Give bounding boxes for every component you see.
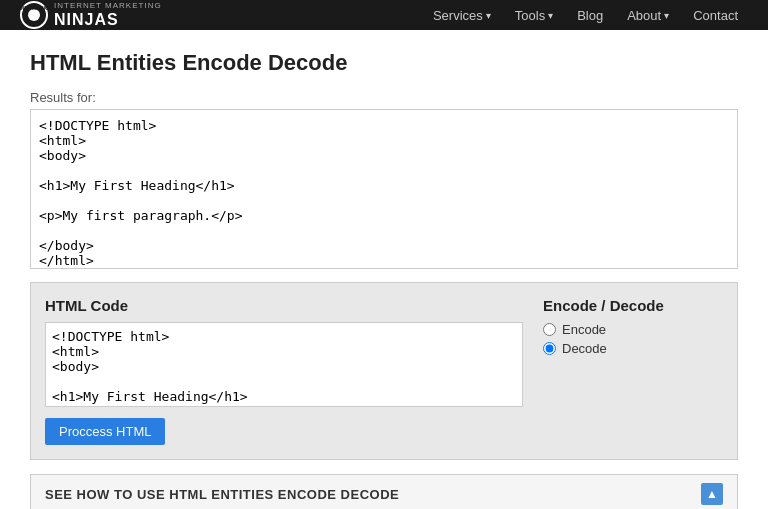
expand-icon: ▲ [701,483,723,505]
tool-section: HTML Code <!DOCTYPE html> <html> <body> … [30,282,738,460]
logo[interactable]: INTERNET MARKETING INTERNET MARKETING NI… [20,1,162,29]
chevron-down-icon: ▾ [486,10,491,21]
page-title: HTML Entities Encode Decode [30,50,738,76]
html-code-label: HTML Code [45,297,523,314]
svg-text:INTERNET MARKETING: INTERNET MARKETING [20,5,48,11]
main-content: HTML Entities Encode Decode Results for:… [0,30,768,509]
encode-option[interactable]: Encode [543,322,723,337]
decode-option[interactable]: Decode [543,341,723,356]
nav-blog[interactable]: Blog [567,0,613,30]
encode-decode-panel: Encode / Decode Encode Decode [543,297,723,356]
html-code-textarea[interactable]: <!DOCTYPE html> <html> <body> <h1>My Fir… [45,322,523,407]
chevron-down-icon: ▾ [548,10,553,21]
how-to-bar[interactable]: SEE HOW TO USE HTML ENTITIES ENCODE DECO… [30,474,738,509]
navbar: INTERNET MARKETING INTERNET MARKETING NI… [0,0,768,30]
decode-radio[interactable] [543,342,556,355]
nav-about[interactable]: About ▾ [617,0,679,30]
html-code-panel: HTML Code <!DOCTYPE html> <html> <body> … [45,297,523,445]
results-label: Results for: [30,90,738,105]
chevron-down-icon: ▾ [664,10,669,21]
process-html-button[interactable]: Proccess HTML [45,418,165,445]
nav-services[interactable]: Services ▾ [423,0,501,30]
how-to-text: SEE HOW TO USE HTML ENTITIES ENCODE DECO… [45,487,399,502]
encode-radio[interactable] [543,323,556,336]
nav-tools[interactable]: Tools ▾ [505,0,563,30]
radio-group: Encode Decode [543,322,723,356]
logo-icon: INTERNET MARKETING [20,1,48,29]
logo-subtitle: INTERNET MARKETING [54,2,162,11]
encode-decode-label: Encode / Decode [543,297,723,314]
logo-brand: NINJAS [54,11,162,29]
results-textarea[interactable]: <!DOCTYPE html> <html> <body> <h1>My Fir… [30,109,738,269]
nav-links: Services ▾ Tools ▾ Blog About ▾ Contact [423,0,748,30]
nav-contact[interactable]: Contact [683,0,748,30]
